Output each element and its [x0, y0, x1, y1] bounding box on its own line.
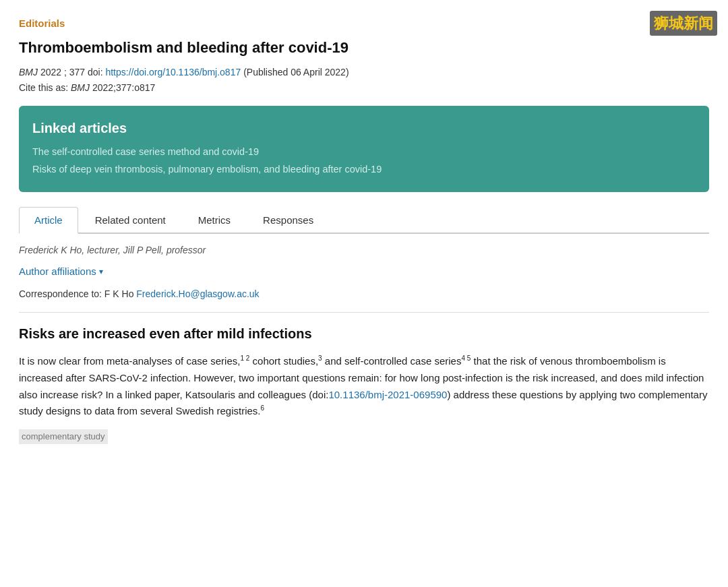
ref-superscript-1: 1 2 — [240, 354, 249, 362]
body-text-2: cohort studies, — [253, 355, 319, 367]
citation-line: BMJ 2022 ; 377 doi: https://doi.org/10.1… — [19, 65, 709, 80]
ref-superscript-4: 6 — [261, 404, 265, 412]
tab-related-content[interactable]: Related content — [80, 207, 181, 234]
linked-articles-title: Linked articles — [32, 118, 696, 138]
correspondence-email-link[interactable]: Frederick.Ho@glasgow.ac.uk — [136, 288, 259, 299]
authors-line: Frederick K Ho, lecturer, Jill P Pell, p… — [19, 243, 709, 257]
section-label: Editorials — [19, 16, 709, 32]
body-text-1: It is now clear from meta-analyses of ca… — [19, 355, 240, 367]
linked-articles-box: Linked articles The self-controlled case… — [19, 106, 709, 192]
article-title: Thromboembolism and bleeding after covid… — [19, 38, 709, 58]
cite-as-line: Cite this as: BMJ 2022;377:o817 — [19, 81, 709, 95]
journal-name: BMJ — [19, 67, 38, 78]
body-doi-link[interactable]: 10.1136/bmj-2021-069590 — [328, 389, 447, 400]
ref-superscript-3: 4 5 — [461, 354, 471, 362]
tab-article[interactable]: Article — [19, 207, 78, 234]
author-affiliations-toggle[interactable]: Author affiliations ▾ — [19, 264, 103, 280]
doi-link[interactable]: https://doi.org/10.1136/bmj.o817 — [105, 67, 241, 78]
section-heading: Risks are increased even after mild infe… — [19, 323, 709, 344]
author-affiliations-label: Author affiliations — [19, 264, 96, 280]
correspondence-line: Correspondence to: F K Ho Frederick.Ho@g… — [19, 287, 709, 313]
citation-year-volume: 2022 ; 377 doi: — [40, 67, 106, 78]
citation-published: (Published 06 April 2022) — [243, 67, 348, 78]
tab-responses[interactable]: Responses — [247, 207, 329, 234]
linked-article-1[interactable]: The self-controlled case series method a… — [32, 145, 696, 160]
linked-article-2[interactable]: Risks of deep vein thrombosis, pulmonary… — [32, 162, 696, 177]
cite-as-journal: BMJ — [71, 82, 90, 93]
tabs-container: Article Related content Metrics Response… — [19, 206, 709, 234]
chevron-down-icon: ▾ — [99, 266, 103, 278]
tab-metrics[interactable]: Metrics — [183, 207, 246, 234]
body-paragraph: It is now clear from meta-analyses of ca… — [19, 353, 709, 420]
body-text-3: and self-controlled case series — [325, 355, 462, 367]
correspondence-prefix: Correspondence to: F K Ho — [19, 288, 136, 299]
watermark-badge: 狮城新闻 — [650, 11, 717, 36]
ref-superscript-2: 3 — [318, 354, 322, 362]
complementary-study-overlay: complementary study — [19, 429, 108, 444]
